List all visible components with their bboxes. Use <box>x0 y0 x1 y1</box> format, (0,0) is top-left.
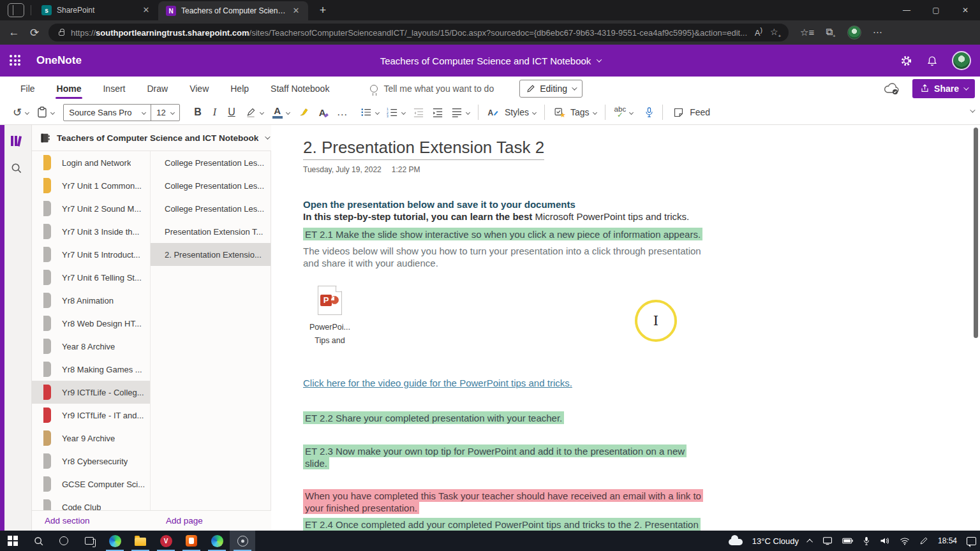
undo-button[interactable]: ↺ <box>13 106 29 119</box>
settings-gear-icon[interactable] <box>900 55 912 67</box>
tab-close-icon[interactable]: ✕ <box>140 4 152 16</box>
indent-button[interactable] <box>432 107 443 117</box>
outdent-button[interactable] <box>413 107 424 117</box>
video-guide-link[interactable]: Click here for the video guide for the P… <box>303 378 572 388</box>
sidebar-item-section[interactable]: Yr7 Unit 5 Introduct... <box>32 243 150 266</box>
taskbar-search-button[interactable] <box>26 531 51 551</box>
italic-button[interactable]: I <box>213 107 216 118</box>
add-section-button[interactable]: Add section <box>45 516 151 525</box>
menu-tab-insert[interactable]: Insert <box>101 81 126 96</box>
notebook-title-header[interactable]: Teachers of Computer Science and ICT Not… <box>380 55 600 66</box>
menu-tab-staff-notebook[interactable]: Staff Notebook <box>269 81 330 96</box>
menu-tab-help[interactable]: Help <box>229 81 250 96</box>
taskbar-expressvpn[interactable]: V <box>153 531 179 551</box>
tab-actions-menu-icon[interactable] <box>8 3 24 17</box>
battery-icon[interactable] <box>842 537 853 545</box>
taskbar-edge-2[interactable] <box>204 531 230 551</box>
sidebar-item-section[interactable]: GCSE Computer Sci... <box>32 473 150 496</box>
app-launcher-icon[interactable] <box>10 55 21 66</box>
page-list-item[interactable]: 2. Presentation Extensio... <box>151 243 271 266</box>
tab-close-icon[interactable]: ✕ <box>290 5 302 17</box>
font-color-button[interactable]: A <box>272 107 290 119</box>
search-nav-icon[interactable] <box>0 154 32 181</box>
maximize-button[interactable]: ▢ <box>921 0 951 20</box>
add-favorite-icon[interactable]: ☆+ <box>770 27 781 39</box>
sidebar-item-section[interactable]: Yr8 Cybersecurity <box>32 450 150 473</box>
wifi-icon[interactable] <box>900 537 910 545</box>
sidebar-item-section[interactable]: Yr8 Animation <box>32 289 150 312</box>
app-name[interactable]: OneNote <box>36 54 82 67</box>
collapse-ribbon-chevron-icon[interactable] <box>970 107 975 112</box>
content-scrollbar-thumb[interactable] <box>974 128 978 338</box>
microphone-tray-icon[interactable] <box>863 536 870 546</box>
page-list-item[interactable]: Presentation Extension T... <box>151 220 271 243</box>
alignment-button[interactable] <box>451 107 470 117</box>
more-options-button[interactable]: ... <box>338 107 348 118</box>
cortana-button[interactable] <box>51 531 77 551</box>
sidebar-item-section[interactable]: Yr7 Unit 2 Sound M... <box>32 197 150 220</box>
taskbar-edge-1[interactable] <box>102 531 128 551</box>
tell-me-box[interactable]: Tell me what you want to do <box>370 84 494 94</box>
favorites-bar-icon[interactable]: ☆≡ <box>800 27 814 38</box>
browser-menu-icon[interactable]: ⋯ <box>873 27 882 38</box>
sidebar-item-section[interactable]: Year 9 Archive <box>32 427 150 450</box>
page-list-item[interactable]: College Presentation Les... <box>151 197 271 220</box>
menu-tab-home[interactable]: Home <box>56 81 83 96</box>
clock[interactable]: 18:54 <box>938 536 957 545</box>
notebook-panel-header[interactable]: Teachers of Computer Science and ICT Not… <box>32 125 271 151</box>
bullet-list-button[interactable] <box>360 107 379 117</box>
bold-button[interactable]: B <box>194 107 202 118</box>
taskbar-recorder-active[interactable] <box>230 531 255 551</box>
sidebar-item-section[interactable]: Yr7 Unit 3 Inside th... <box>32 220 150 243</box>
numbered-list-button[interactable]: 123 <box>387 107 405 117</box>
browser-profile-avatar[interactable] <box>847 26 861 40</box>
menu-tab-draw[interactable]: Draw <box>145 81 169 96</box>
display-icon[interactable] <box>822 536 833 545</box>
sidebar-item-section[interactable]: Year 8 Archive <box>32 335 150 358</box>
volume-icon[interactable] <box>880 536 890 545</box>
minimize-button[interactable]: — <box>892 0 921 20</box>
page-list-item[interactable]: College Presentation Les... <box>151 151 271 174</box>
tags-button[interactable]: ★ Tags <box>554 107 597 118</box>
sidebar-item-section[interactable]: Code Club <box>32 496 150 510</box>
sidebar-item-section[interactable]: Yr7 Unit 6 Telling St... <box>32 266 150 289</box>
styles-button[interactable]: A Styles <box>487 107 536 118</box>
close-button[interactable]: ✕ <box>951 0 980 20</box>
sidebar-item-section[interactable]: Yr8 Web Design HT... <box>32 312 150 335</box>
dictate-button[interactable] <box>644 107 654 118</box>
browser-tab-onenote[interactable]: N Teachers of Computer Science a ✕ <box>158 1 308 20</box>
taskbar-office[interactable] <box>179 531 204 551</box>
collections-icon[interactable]: ⧉+ <box>826 26 835 39</box>
account-avatar[interactable] <box>952 51 971 70</box>
menu-tab-view[interactable]: View <box>188 81 210 96</box>
weather-text[interactable]: 13°C Cloudy <box>752 536 799 546</box>
feed-button[interactable]: Feed <box>673 107 710 118</box>
highlighter-button[interactable] <box>246 107 264 118</box>
share-button[interactable]: Share <box>912 79 975 98</box>
clear-formatting-button[interactable]: A <box>319 107 326 118</box>
sidebar-item-section[interactable]: Login and Network <box>32 151 150 174</box>
refresh-button[interactable]: ⟳ <box>24 26 45 40</box>
notifications-bell-icon[interactable] <box>926 55 938 67</box>
sidebar-item-section[interactable]: Yr9 ICTfLife - Colleg... <box>32 381 150 404</box>
show-hidden-icons-chevron[interactable] <box>806 538 813 545</box>
action-center-icon[interactable] <box>967 537 976 545</box>
task-view-button[interactable] <box>77 531 102 551</box>
paste-button[interactable] <box>37 107 54 118</box>
new-tab-button[interactable]: + <box>315 4 331 17</box>
read-aloud-icon[interactable]: A) <box>755 27 762 38</box>
sidebar-item-section[interactable]: Yr8 Making Games ... <box>32 358 150 381</box>
sidebar-item-section[interactable]: Yr7 Unit 1 Common... <box>32 174 150 197</box>
add-page-button[interactable]: Add page <box>166 516 203 525</box>
menu-tab-file[interactable]: File <box>19 81 36 96</box>
font-size-dropdown[interactable]: 12 <box>151 108 179 117</box>
spell-check-button[interactable]: abc✓ <box>614 107 634 118</box>
page-list-item[interactable]: College Presentation Les... <box>151 174 271 197</box>
start-button[interactable] <box>0 531 26 551</box>
notebooks-nav-icon[interactable] <box>0 128 32 154</box>
url-field[interactable]: https://southportlearningtrust.sharepoin… <box>48 24 789 41</box>
font-name-dropdown[interactable]: Source Sans Pro <box>64 108 151 117</box>
format-painter-button[interactable] <box>299 107 310 118</box>
powerpoint-attachment[interactable]: PPowerPoi...Tips and <box>303 286 357 348</box>
underline-button[interactable]: U <box>228 107 235 118</box>
